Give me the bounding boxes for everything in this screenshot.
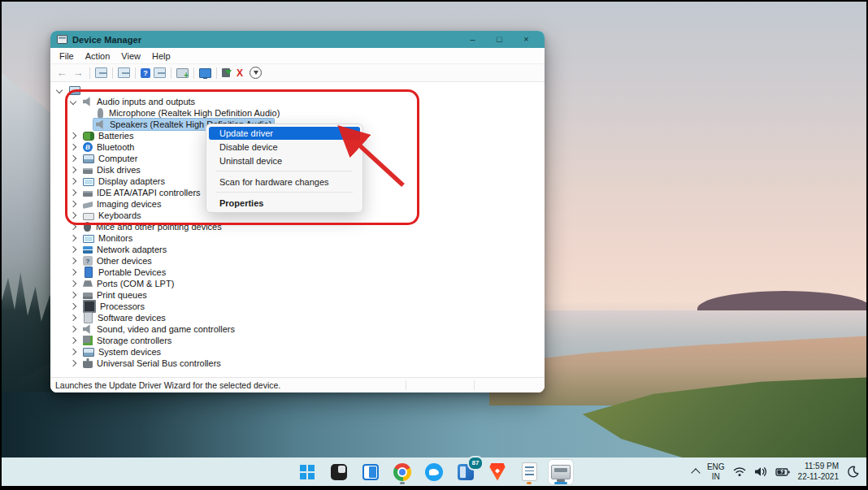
tree-item-label: Portable Devices [98,267,166,277]
tree-expand-chevron-icon[interactable] [70,144,76,150]
tree-expand-chevron-icon[interactable] [56,87,63,93]
context-menu-item-disable-device[interactable]: Disable device [209,140,360,154]
tree-item-content: Disk drives [80,164,143,176]
tree-item-label: Imaging devices [97,199,162,209]
toolbar-show-console-tree-button[interactable] [95,67,107,78]
device-manager-icon [57,35,67,44]
toolbar-separator [135,67,136,79]
tree-item-audio-inputs-and-outputs[interactable]: Audio inputs and outputs [50,96,545,107]
toolbar-uninstall-device-button[interactable]: X [233,67,246,80]
start-icon [300,465,306,471]
menu-file[interactable]: File [54,51,80,61]
tree-expand-chevron-icon[interactable] [70,246,76,253]
system-devices-icon [83,348,94,357]
tree-item-content: Batteries [80,130,136,141]
toolbar-properties-view-button[interactable] [118,67,130,78]
taskbar-app-start[interactable] [295,460,319,484]
tree-item-label: Processors [100,301,145,311]
tree-expand-chevron-icon[interactable] [70,98,76,105]
tree-expand-chevron-icon[interactable] [70,235,76,241]
language-indicator[interactable]: ENG IN [707,462,725,482]
toolbar-separator [171,67,171,79]
maximize-button[interactable]: □ [486,31,513,48]
tray-time: 11:59 PM [805,462,839,470]
tree-item-network-adapters[interactable]: Network adapters [50,244,545,255]
taskbar-app-devmgr[interactable] [549,460,573,484]
tree-item-software-devices[interactable]: Software devices [50,312,545,323]
menu-action[interactable]: Action [80,51,116,61]
tree-item-ports-com-lpt[interactable]: Ports (COM & LPT) [50,278,545,289]
tree-item-content: Audio inputs and outputs [80,96,197,107]
tree-expand-chevron-icon[interactable] [70,269,76,275]
tree-expand-chevron-icon[interactable] [70,349,76,355]
toolbar-help-button[interactable]: ? [141,68,150,78]
tree-item-root[interactable] [50,85,545,96]
tree-expand-chevron-icon[interactable] [70,155,76,162]
menu-view[interactable]: View [115,51,146,61]
tree-item-processors[interactable]: Processors [50,301,545,312]
tree-item-system-devices[interactable]: System devices [50,346,545,358]
tree-item-label: Keyboards [98,210,141,220]
close-button[interactable]: × [513,31,540,48]
context-menu-item-uninstall-device[interactable]: Uninstall device [209,154,360,167]
minimize-button[interactable]: – [459,31,486,48]
tree-expand-chevron-icon[interactable] [70,132,76,139]
tree-expand-chevron-icon[interactable] [70,167,76,173]
night-light-moon-icon[interactable] [847,466,859,478]
tree-expand-chevron-icon[interactable] [70,360,76,366]
tree-expand-chevron-icon[interactable] [70,189,76,196]
taskbar-app-twitter[interactable] [422,460,446,484]
taskbar-app-notes-app[interactable] [517,460,541,484]
tray-overflow-chevron-icon[interactable] [691,468,700,477]
menu-help[interactable]: Help [146,51,176,61]
taskbar-app-chrome[interactable] [390,460,414,484]
titlebar[interactable]: Device Manager –□× [50,31,545,48]
toolbar-scan-for-hardware-changes-button[interactable] [250,67,262,79]
tree-expand-chevron-icon[interactable] [70,258,76,264]
tree-item-label: Audio inputs and outputs [97,97,195,106]
volume-icon[interactable] [754,466,767,477]
tree-item-content: Imaging devices [80,198,164,210]
taskbar-app-dark-app[interactable] [327,460,351,484]
taskbar-app-split-app[interactable] [358,460,383,484]
tree-expand-chevron-icon[interactable] [70,303,76,310]
portable-icon [85,267,93,278]
taskbar-app-badge-app[interactable]: 87 [454,460,478,484]
toolbar-computer-monitor-button[interactable] [199,68,211,78]
context-menu-item-scan-for-hardware-changes[interactable]: Scan for hardware changes [209,175,360,189]
toolbar-back-button[interactable]: ← [55,67,68,80]
tree-item-other-devices[interactable]: Other devices [50,255,545,267]
tree-expand-chevron-icon[interactable] [70,178,76,184]
tree-item-microphone-realtek-high-definition-audio[interactable]: Microphone (Realtek High Definition Audi… [50,107,545,119]
taskbar-app-brave[interactable] [485,460,510,484]
toolbar-items-view-button[interactable] [154,67,166,78]
tree-item-mice-and-other-pointing-devices[interactable]: Mice and other pointing devices [50,221,545,232]
brave-icon [489,463,506,481]
tree-item-print-queues[interactable]: Print queues [50,289,545,301]
tree-expand-chevron-icon[interactable] [70,201,76,207]
tree-item-universal-serial-bus-controllers[interactable]: Universal Serial Bus controllers [50,358,545,369]
tree-item-portable-devices[interactable]: Portable Devices [50,267,545,278]
context-menu-item-update-driver[interactable]: Update driver [209,127,360,140]
toolbar-forward-button[interactable]: → [72,67,85,80]
tree-expand-chevron-icon[interactable] [70,337,76,344]
tree-expand-chevron-icon[interactable] [70,280,76,287]
tree-expand-chevron-icon[interactable] [70,326,76,332]
tree-expand-chevron-icon[interactable] [70,314,76,321]
tree-item-monitors[interactable]: Monitors [50,232,545,244]
disk-drives-icon [83,168,93,174]
tree-expand-chevron-icon[interactable] [70,223,76,230]
clock[interactable]: 11:59 PM 22-11-2021 [798,462,839,482]
toolbar-update-driver-button[interactable] [222,68,230,77]
battery-icon[interactable] [775,467,790,477]
toolbar-scan-devices-button[interactable] [176,68,189,78]
context-menu-item-properties[interactable]: Properties [209,196,360,210]
tree-item-label: Computer [98,154,137,163]
tree-expand-chevron-icon[interactable] [70,212,76,219]
wifi-icon[interactable] [733,466,746,477]
tree-item-sound-video-and-game-controllers[interactable]: Sound, video and game controllers [50,323,545,335]
tree-item-storage-controllers[interactable]: Storage controllers [50,335,545,346]
language-line2: IN [712,472,720,481]
tree-expand-chevron-icon[interactable] [70,292,76,298]
bluetooth-icon [83,142,93,152]
